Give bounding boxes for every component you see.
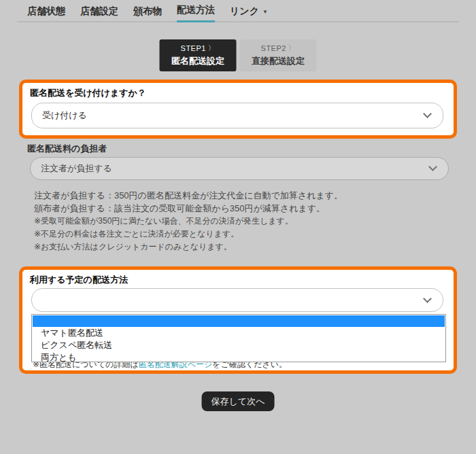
step-nav: STEP1〉 匿名配送設定 STEP2〉 直接配送設定: [160, 39, 317, 71]
save-next-button[interactable]: 保存して次へ: [202, 391, 275, 411]
dropdown-option-empty[interactable]: [33, 315, 445, 327]
step2-label: STEP2〉: [261, 43, 296, 53]
fee-notes: 注文者が負担する：350円の匿名配送料金が注文代金に自動で加算されます。 頒布者…: [34, 189, 343, 254]
chevron-down-icon: [423, 294, 432, 303]
step1-button[interactable]: STEP1〉 匿名配送設定: [160, 39, 237, 71]
chevron-right-icon: 〉: [208, 43, 216, 53]
step2-button[interactable]: STEP2〉 直接配送設定: [240, 39, 317, 71]
chevron-right-icon: 〉: [288, 43, 296, 53]
tab-store-status[interactable]: 店舗状態: [27, 0, 65, 22]
step1-title: 匿名配送設定: [171, 55, 224, 67]
step1-label: STEP1〉: [181, 43, 216, 53]
tab-store-settings[interactable]: 店舗設定: [80, 0, 118, 22]
step2-text: STEP2: [261, 44, 286, 52]
note-line: 頒布者が負担する：該当注文の受取可能金額から350円が減算されます。: [34, 202, 343, 215]
anonymous-accept-label: 匿名配送を受け付けますか？: [30, 87, 146, 99]
shipping-method-dropdown: ヤマト匿名配送 ピクスペ匿名転送 両方とも: [31, 314, 446, 362]
chevron-down-icon: [423, 109, 432, 118]
chevron-down-icon: [428, 162, 437, 171]
note-line: ※不足分の料金は各注文ごとに決済が必要となります。: [34, 228, 343, 241]
tab-links-label: リンク: [230, 5, 259, 18]
note-line: ※お支払い方法はクレジットカードのみとなります。: [34, 241, 343, 254]
shipping-method-label: 利用する予定の配送方法: [30, 274, 128, 286]
anonymous-accept-section: 匿名配送を受け付けますか？ 受け付ける: [19, 80, 457, 139]
anonymous-accept-value: 受け付ける: [42, 109, 87, 122]
fee-bearer-value: 注文者が負担する: [41, 162, 112, 175]
step2-title: 直接配送設定: [252, 55, 305, 67]
tab-shipping-method[interactable]: 配送方法: [177, 0, 215, 22]
anonymous-accept-select[interactable]: 受け付ける: [31, 103, 443, 128]
shipping-method-select[interactable]: [31, 288, 443, 312]
fee-bearer-select[interactable]: 注文者が負担する: [30, 157, 449, 180]
fee-bearer-label: 匿名配送料の負担者: [27, 143, 107, 155]
note-line: ※受取可能金額が350円に満たない場合、不足分の決済が発生します。: [34, 215, 343, 228]
tab-links[interactable]: リンク▼: [230, 0, 268, 22]
shipping-method-section: 利用する予定の配送方法 ※匿名配送についての詳細は匿名配送解説ページをご確認くだ…: [19, 266, 457, 374]
dropdown-option-pikusupe[interactable]: ピクスペ匿名転送: [32, 339, 445, 351]
tab-distributed-items[interactable]: 頒布物: [133, 0, 162, 22]
top-nav: 店舗状態 店舗設定 頒布物 配送方法 リンク▼: [0, 0, 476, 22]
step1-text: STEP1: [181, 44, 206, 52]
dropdown-option-yamato[interactable]: ヤマト匿名配送: [32, 327, 445, 339]
caret-down-icon: ▼: [262, 9, 268, 15]
note-line: 注文者が負担する：350円の匿名配送料金が注文代金に自動で加算されます。: [34, 189, 343, 202]
dropdown-option-both[interactable]: 両方とも: [32, 351, 445, 364]
